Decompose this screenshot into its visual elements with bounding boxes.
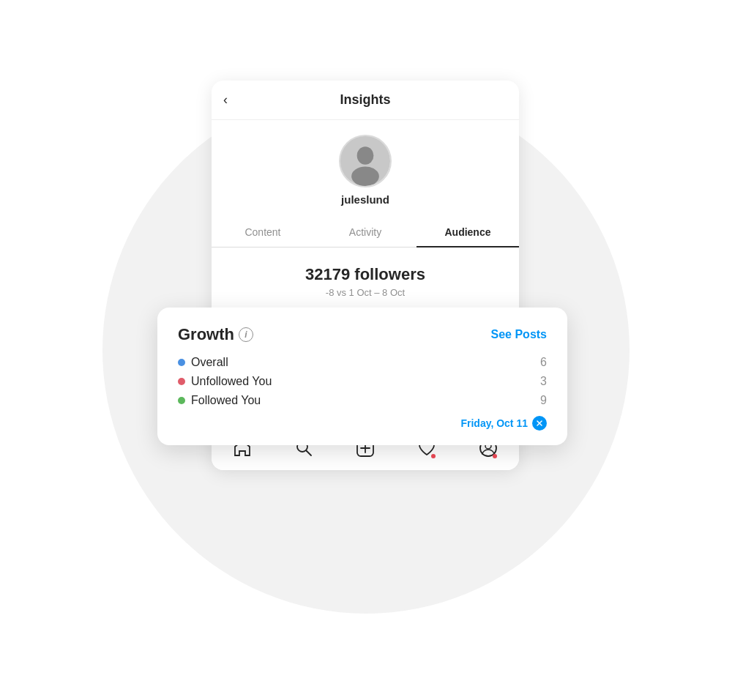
followed-dot bbox=[178, 397, 185, 404]
overall-dot bbox=[178, 359, 185, 366]
followed-value: 9 bbox=[540, 394, 547, 407]
followed-label: Followed You bbox=[191, 394, 261, 407]
heart-notification-dot bbox=[431, 454, 436, 458]
scene: ‹ Insights juleslund Content Activity Au… bbox=[0, 0, 732, 700]
tab-audience[interactable]: Audience bbox=[417, 217, 519, 247]
unfollowed-dot bbox=[178, 378, 185, 385]
close-date-button[interactable] bbox=[532, 416, 547, 431]
tabs-row: Content Activity Audience bbox=[212, 217, 519, 247]
stat-row-overall: Overall 6 bbox=[178, 356, 547, 369]
svg-point-2 bbox=[351, 167, 379, 186]
followers-change: -8 vs 1 Oct – 8 Oct bbox=[226, 287, 504, 298]
profile-section: juleslund Content Activity Audience bbox=[212, 120, 519, 247]
see-posts-button[interactable]: See Posts bbox=[491, 328, 547, 341]
growth-label: Growth bbox=[178, 325, 234, 344]
avatar bbox=[339, 135, 392, 187]
info-icon[interactable]: i bbox=[239, 327, 253, 342]
stat-label-overall: Overall bbox=[178, 356, 228, 369]
profile-notification-dot bbox=[493, 454, 497, 458]
unfollowed-label: Unfollowed You bbox=[191, 375, 272, 388]
tab-content[interactable]: Content bbox=[212, 217, 314, 247]
stat-row-followed: Followed You 9 bbox=[178, 394, 547, 407]
date-label: Friday, Oct 11 bbox=[460, 417, 528, 429]
svg-line-10 bbox=[307, 451, 312, 456]
phone-header: ‹ Insights bbox=[212, 81, 519, 120]
stat-rows: Overall 6 Unfollowed You 3 Followed You … bbox=[178, 356, 547, 407]
page-title: Insights bbox=[340, 92, 390, 108]
stat-label-unfollowed: Unfollowed You bbox=[178, 375, 272, 388]
date-badge-row: Friday, Oct 11 bbox=[178, 416, 547, 431]
growth-card-header: Growth i See Posts bbox=[178, 325, 547, 344]
growth-title: Growth i bbox=[178, 325, 253, 344]
back-button[interactable]: ‹ bbox=[223, 92, 228, 108]
growth-card: Growth i See Posts Overall 6 Unfollowed … bbox=[157, 308, 567, 445]
overall-label: Overall bbox=[191, 356, 228, 369]
username-label: juleslund bbox=[341, 193, 389, 206]
unfollowed-value: 3 bbox=[540, 375, 547, 388]
svg-point-1 bbox=[357, 146, 374, 165]
overall-value: 6 bbox=[540, 356, 547, 369]
tab-activity[interactable]: Activity bbox=[314, 217, 417, 247]
stat-label-followed: Followed You bbox=[178, 394, 261, 407]
stat-row-unfollowed: Unfollowed You 3 bbox=[178, 375, 547, 388]
followers-section: 32179 followers -8 vs 1 Oct – 8 Oct bbox=[212, 247, 519, 310]
followers-count: 32179 followers bbox=[226, 265, 504, 284]
